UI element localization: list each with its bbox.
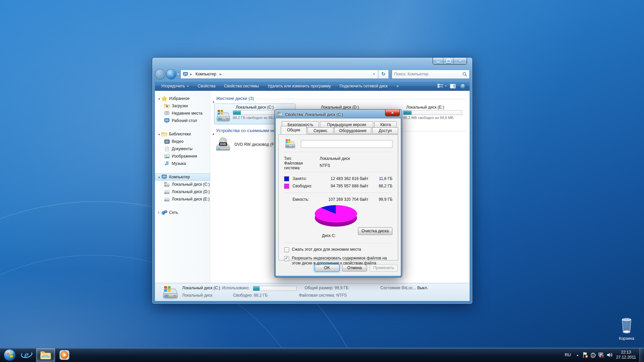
sidebar-item-video[interactable]: Видео <box>155 138 210 145</box>
taskbar-media-player-button[interactable] <box>55 348 74 362</box>
recycle-bin[interactable]: Корзина <box>611 316 642 341</box>
compress-checkbox[interactable] <box>284 247 289 252</box>
search-input[interactable] <box>392 72 462 76</box>
expander-icon[interactable] <box>157 176 160 178</box>
taskbar: e RU ▲ <box>0 348 644 362</box>
power-icon[interactable] <box>589 348 597 362</box>
sidebar-item-downloads[interactable]: Загрузки <box>155 102 210 110</box>
properties-dialog: Свойства: Локальный диск (C:) × Безопасн… <box>274 109 402 278</box>
index-checkbox-row[interactable]: ✓ Разрешить индексировать содержимое фай… <box>284 256 392 266</box>
group-label[interactable]: Жесткие диски (3) <box>216 96 254 101</box>
expander-icon[interactable] <box>212 128 214 133</box>
expander-icon[interactable] <box>212 96 214 101</box>
change-view-button[interactable]: ▾ <box>437 83 446 89</box>
taskbar-explorer-button[interactable] <box>36 348 55 362</box>
language-indicator[interactable]: RU <box>562 353 574 357</box>
dialog-close-button[interactable]: × <box>385 110 400 116</box>
computer-icon <box>183 72 188 77</box>
type-label: Тип: <box>284 156 320 161</box>
tab-general[interactable]: Общие <box>281 126 307 134</box>
chevron-down-icon: ▾ <box>445 85 446 87</box>
breadcrumb-arrow-icon: ▶ <box>220 73 222 76</box>
toolbar-right-group: ▾ ? <box>434 81 470 91</box>
breadcrumb-item-computer[interactable]: Компьютер <box>194 71 218 77</box>
forward-button[interactable]: → <box>166 69 176 79</box>
expander-icon[interactable] <box>157 133 160 135</box>
breadcrumb[interactable]: ▶ Компьютер ▶ ▾ <box>180 70 378 79</box>
compress-checkbox-row[interactable]: Сжать этот диск для экономии места <box>284 247 392 252</box>
sidebar-item-music[interactable]: Музыка <box>155 160 210 167</box>
search-icon <box>462 72 467 77</box>
internet-explorer-icon: e <box>21 349 33 361</box>
tab-tools[interactable]: Сервис <box>308 127 333 134</box>
tab-quota[interactable]: Квота <box>374 121 397 128</box>
dialog-title: Свойства: Локальный диск (C:) <box>285 112 343 117</box>
separator <box>284 172 392 173</box>
sidebar-item-label: Рабочий стол <box>172 118 197 123</box>
sidebar-item-local-disk-c[interactable]: Локальный диск (C:) <box>155 181 210 188</box>
video-icon <box>164 139 170 144</box>
volume-label-input[interactable] <box>301 140 392 148</box>
taskbar-clock[interactable]: 22:13 27.12.2011 <box>613 350 639 360</box>
tab-sharing[interactable]: Доступ <box>372 127 398 134</box>
preview-pane-button[interactable] <box>450 83 456 89</box>
documents-icon <box>164 146 170 152</box>
used-bytes: 12 483 362 816 байт <box>321 176 368 181</box>
show-desktop-button[interactable] <box>639 348 644 362</box>
sidebar-item-documents[interactable]: Документы <box>155 145 210 153</box>
expander-icon[interactable] <box>157 98 160 100</box>
dialog-title-bar[interactable]: Свойства: Локальный диск (C:) × <box>276 111 401 118</box>
sidebar-group-favorites[interactable]: Избранное <box>155 95 210 102</box>
back-button[interactable]: ← <box>155 69 165 79</box>
back-icon: ← <box>158 71 163 77</box>
taskbar-ie-button[interactable]: e <box>17 348 36 362</box>
tab-strip: Безопасность Предыдущие версии Квота Общ… <box>278 118 398 135</box>
start-button[interactable] <box>2 348 17 362</box>
help-button[interactable]: ? <box>460 83 466 89</box>
action-center-icon[interactable] <box>581 348 589 362</box>
computer-icon <box>161 174 167 180</box>
tab-hardware[interactable]: Оборудование <box>334 127 372 134</box>
disk-cleanup-button[interactable]: Очистка диска <box>358 227 392 235</box>
sidebar-group-computer[interactable]: Компьютер <box>155 173 210 181</box>
sidebar-item-recent-places[interactable]: Недавние места <box>155 110 210 117</box>
sidebar-group-libraries[interactable]: Библиотеки <box>155 130 210 138</box>
capacity-size: 99,9 ГБ <box>368 197 392 202</box>
sidebar-group-network[interactable]: Сеть <box>155 209 210 216</box>
separator <box>284 243 392 244</box>
title-bar[interactable]: × <box>152 58 472 68</box>
network-status-icon[interactable] <box>597 348 605 362</box>
address-dropdown[interactable]: ▾ <box>370 72 377 76</box>
toolbar-overflow-button[interactable]: » <box>392 81 403 91</box>
minimize-button[interactable] <box>433 58 443 64</box>
sidebar-item-local-disk-e[interactable]: Локальный диск (E:) <box>155 195 210 203</box>
hidden-icons-button[interactable]: ▲ <box>574 354 581 357</box>
sidebar-item-local-disk-d[interactable]: Локальный диск (D:) <box>155 188 210 195</box>
close-button[interactable]: × <box>454 58 467 64</box>
index-checkbox[interactable]: ✓ <box>284 256 289 261</box>
sidebar-group-label: Избранное <box>169 96 190 101</box>
help-icon: ? <box>462 84 464 88</box>
maximize-button[interactable] <box>443 58 454 64</box>
command-toolbar: Упорядочить ▼ Свойства Свойства системы … <box>155 81 470 91</box>
separator <box>284 193 392 193</box>
sidebar-item-label: Локальный диск (C:) <box>172 182 210 187</box>
organize-menu-button[interactable]: Упорядочить ▼ <box>155 81 193 91</box>
chevron-down-icon: ▾ <box>373 72 375 76</box>
recent-pages-dropdown[interactable]: ▾ <box>177 72 179 76</box>
volume-icon[interactable] <box>605 348 613 362</box>
sidebar-item-desktop[interactable]: Рабочий стол <box>155 117 210 124</box>
used-color-swatch <box>284 176 289 181</box>
expander-icon[interactable] <box>157 211 160 214</box>
refresh-button[interactable]: ↻ <box>378 70 389 79</box>
close-icon: × <box>459 58 462 63</box>
system-properties-button[interactable]: Свойства системы <box>220 81 263 91</box>
uninstall-program-button[interactable]: Удалить или изменить программу <box>263 81 335 91</box>
drive-icon <box>284 139 296 149</box>
tab-previous-versions[interactable]: Предыдущие версии <box>320 121 373 128</box>
map-network-drive-button[interactable]: Подключить сетевой диск <box>335 81 392 91</box>
properties-button[interactable]: Свойства <box>193 81 220 91</box>
sidebar-item-pictures[interactable]: Изображения <box>155 153 210 160</box>
file-system-value: NTFS <box>320 163 330 168</box>
refresh-icon: ↻ <box>381 71 386 77</box>
